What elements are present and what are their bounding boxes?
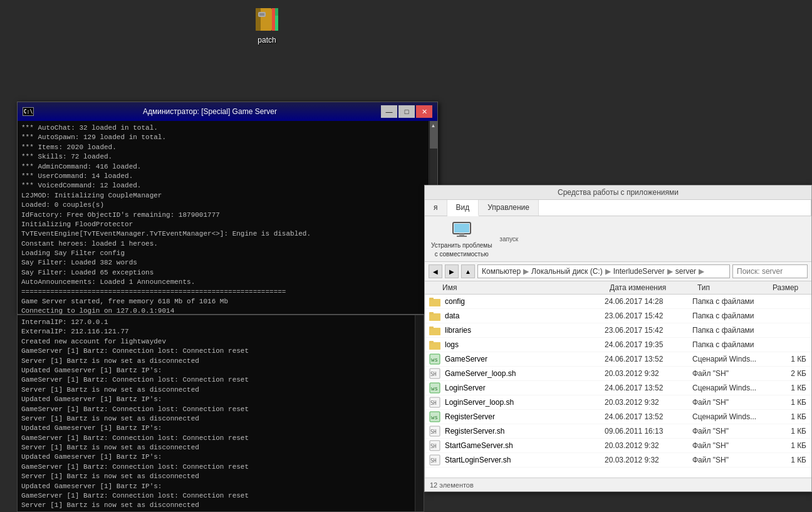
table-row[interactable]: logs 24.06.2017 19:35 Папка с файлами xyxy=(425,338,811,352)
forward-button[interactable]: ▶ xyxy=(445,264,459,278)
up-button[interactable]: ▲ xyxy=(461,264,475,278)
file-type: Файл "SH" xyxy=(692,398,768,407)
table-row[interactable]: ws RegisterServer 24.06.2017 13:52 Сцена… xyxy=(425,410,811,424)
table-row[interactable]: ws LoginServer 24.06.2017 13:52 Сценарий… xyxy=(425,381,811,395)
file-size: 2 КБ xyxy=(768,369,811,378)
file-name: logs xyxy=(441,340,605,349)
file-type: Папка с файлами xyxy=(692,326,768,335)
file-name: RegisterServer xyxy=(441,412,605,421)
col-date-header[interactable]: Дата изменения xyxy=(605,283,692,292)
table-row[interactable]: SH RegisterServer.sh 09.06.2011 16:13 Фа… xyxy=(425,424,811,439)
explorer-addressbar: ◀ ▶ ▲ Компьютер ▶ Локальный диск (C:) ▶ … xyxy=(425,262,811,281)
table-row[interactable]: SH GameServer_loop.sh 20.03.2012 9:32 Фа… xyxy=(425,367,811,381)
file-size: 1 КБ xyxy=(768,398,811,407)
cmd-title: Администратор: [Special] Game Server xyxy=(39,107,381,116)
file-name: RegisterServer.sh xyxy=(441,427,605,436)
file-type: Сценарий Winds... xyxy=(692,384,768,392)
cmd-output-bottom[interactable]: InternalIP: 127.0.0.1ExternalIP: 212.116… xyxy=(18,315,424,511)
svg-text:ws: ws xyxy=(431,414,438,421)
file-date: 20.03.2012 9:32 xyxy=(605,398,692,407)
compatibility-fix-button[interactable]: Устранить проблемы с совместимостью xyxy=(431,220,492,258)
breadcrumb-disk: Локальный диск (C:) xyxy=(531,267,603,276)
cmd-prompt-icon: C:\ xyxy=(23,107,34,116)
svg-rect-4 xyxy=(272,8,275,16)
cmd-body: *** AutoChat: 32 loaded in total.*** Aut… xyxy=(18,121,437,314)
cmd-maximize-button[interactable]: □ xyxy=(398,105,415,118)
svg-text:SH: SH xyxy=(430,372,437,377)
svg-rect-11 xyxy=(457,236,467,237)
file-type: Папка с файлами xyxy=(692,311,768,320)
file-type: Папка с файлами xyxy=(692,340,768,349)
table-row[interactable]: SH LoginServer_loop.sh 20.03.2012 9:32 Ф… xyxy=(425,395,811,410)
file-name: GameServer_loop.sh xyxy=(441,369,605,378)
cmd-scroll-up[interactable]: ▲ xyxy=(430,121,437,130)
file-icon xyxy=(429,310,441,321)
ribbon-tab-view[interactable]: Вид xyxy=(447,200,479,216)
col-name-header[interactable]: Имя xyxy=(437,283,605,292)
col-type-header[interactable]: Тип xyxy=(692,283,768,292)
ribbon-content: Устранить проблемы с совместимостью запу… xyxy=(425,216,811,261)
file-type: Файл "SH" xyxy=(692,456,768,464)
address-breadcrumb[interactable]: Компьютер ▶ Локальный диск (C:) ▶ Interl… xyxy=(477,264,730,278)
file-icon xyxy=(429,296,441,307)
cmd-scroll-thumb[interactable] xyxy=(430,130,437,149)
cmd-titlebar: C:\ Администратор: [Special] Game Server… xyxy=(18,102,437,121)
table-row[interactable]: data 23.06.2017 15:42 Папка с файлами xyxy=(425,309,811,323)
file-type: Сценарий Winds... xyxy=(692,412,768,421)
svg-rect-9 xyxy=(454,224,469,232)
cmd-output-top[interactable]: *** AutoChat: 32 loaded in total.*** Aut… xyxy=(18,121,429,314)
file-type: Файл "SH" xyxy=(692,427,768,436)
file-date: 09.06.2011 16:13 xyxy=(605,427,692,436)
file-name: LoginServer_loop.sh xyxy=(441,398,605,407)
col-size-header[interactable]: Размер xyxy=(768,283,811,292)
file-icon: SH xyxy=(429,397,441,408)
explorer-columns: Имя Дата изменения Тип Размер xyxy=(425,281,811,295)
file-date: 20.03.2012 9:32 xyxy=(605,441,692,450)
back-button[interactable]: ◀ xyxy=(429,264,442,278)
file-icon: ws xyxy=(429,382,441,394)
table-row[interactable]: SH StartLoginServer.sh 20.03.2012 9:32 Ф… xyxy=(425,453,811,468)
file-size: 1 КБ xyxy=(768,355,811,363)
file-name: LoginServer xyxy=(441,384,605,392)
svg-text:ws: ws xyxy=(431,357,438,363)
cmd-window-controls: — □ ✕ xyxy=(381,105,432,118)
cmd-minimize-button[interactable]: — xyxy=(381,105,397,118)
patch-desktop-icon[interactable]: patch xyxy=(245,3,289,44)
file-size: 1 КБ xyxy=(768,441,811,450)
ribbon-tab-manage[interactable]: Управление xyxy=(479,200,539,216)
file-name: StartGameServer.sh xyxy=(441,441,605,450)
file-name: libraries xyxy=(441,326,605,335)
svg-rect-5 xyxy=(275,8,278,16)
table-row[interactable]: ws GameServer 24.06.2017 13:52 Сценарий … xyxy=(425,352,811,367)
file-type: Файл "SH" xyxy=(692,369,768,378)
run-label: запуск xyxy=(499,236,518,243)
file-type: Сценарий Winds... xyxy=(692,355,768,363)
search-input[interactable] xyxy=(732,264,808,278)
file-date: 24.06.2017 13:52 xyxy=(605,384,692,392)
cmd-close-button[interactable]: ✕ xyxy=(416,105,432,118)
table-row[interactable]: config 24.06.2017 14:28 Папка с файлами xyxy=(425,295,811,309)
table-row[interactable]: SH StartGameServer.sh 20.03.2012 9:32 Фа… xyxy=(425,439,811,453)
compat-fix-label1: Устранить проблемы xyxy=(431,242,492,249)
explorer-filelist: config 24.06.2017 14:28 Папка с файлами … xyxy=(425,295,811,478)
cmd-window-top: C:\ Администратор: [Special] Game Server… xyxy=(17,102,438,315)
file-icon xyxy=(429,325,441,336)
breadcrumb-computer: Компьютер xyxy=(482,267,521,276)
table-row[interactable]: libraries 23.06.2017 15:42 Папка с файла… xyxy=(425,323,811,338)
file-size: 1 КБ xyxy=(768,427,811,436)
winrar-icon xyxy=(252,3,282,33)
explorer-statusbar: 12 элементов xyxy=(425,478,811,491)
compat-fix-label2: с совместимостью xyxy=(435,251,489,258)
explorer-ribbon: Средства работы с приложениями я Вид Упр… xyxy=(425,185,811,262)
explorer-window: Средства работы с приложениями я Вид Упр… xyxy=(424,185,812,492)
breadcrumb-server: server xyxy=(675,267,696,276)
file-icon: SH xyxy=(429,426,441,437)
svg-text:SH: SH xyxy=(430,458,437,464)
cmd-bottom-scrollbar[interactable] xyxy=(415,315,424,511)
file-date: 24.06.2017 13:52 xyxy=(605,355,692,363)
file-date: 20.03.2012 9:32 xyxy=(605,456,692,464)
file-icon: ws xyxy=(429,353,441,365)
file-size: 1 КБ xyxy=(768,456,811,464)
ribbon-tab-ya[interactable]: я xyxy=(425,200,447,216)
file-name: StartLoginServer.sh xyxy=(441,456,605,464)
